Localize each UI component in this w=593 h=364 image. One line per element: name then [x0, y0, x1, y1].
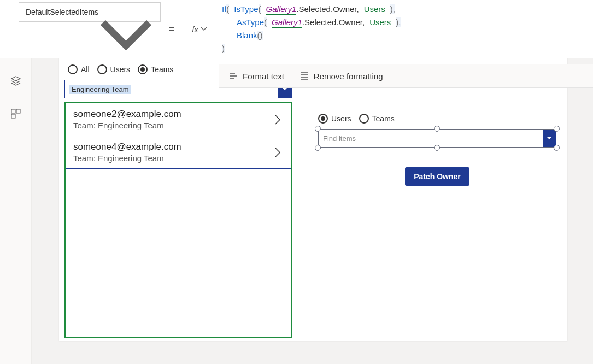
radio-users[interactable]: Users [318, 114, 351, 124]
formula-editor[interactable]: If( IsType( Gallery1.Selected.Owner, Use… [216, 0, 593, 58]
formula-bar: DefaultSelectedItems = fx If( IsType( Ga… [0, 0, 593, 58]
radio-teams[interactable]: Teams [359, 114, 395, 124]
svg-rect-0 [11, 109, 15, 113]
svg-rect-1 [16, 109, 20, 113]
radio-icon [68, 64, 78, 74]
gallery-item-team: Team: Engineering Team [73, 121, 181, 130]
equals-label: = [161, 0, 183, 58]
radio-icon [359, 114, 369, 124]
fx-icon: fx [192, 25, 198, 34]
combobox-selected-value: Engineering Team [69, 85, 131, 94]
fx-button[interactable]: fx [183, 0, 216, 58]
patch-owner-button[interactable]: Patch Owner [405, 167, 469, 186]
remove-formatting-button[interactable]: Remove formatting [300, 71, 383, 81]
left-pane: All Users Teams Engineering Team someone… [59, 55, 297, 341]
resize-handle[interactable] [315, 145, 321, 151]
radio-icon [318, 114, 328, 124]
svg-rect-2 [11, 114, 15, 118]
chevron-down-icon [201, 26, 207, 32]
gallery-item-email: someone2@example.com [73, 109, 181, 120]
layers-icon[interactable] [10, 75, 21, 86]
gallery-item[interactable]: someone4@example.com Team: Engineering T… [66, 136, 291, 169]
chevron-right-icon [272, 114, 283, 125]
gallery-item-team: Team: Engineering Team [73, 154, 181, 163]
radio-icon [138, 64, 148, 74]
format-text-button[interactable]: Format text [228, 71, 284, 81]
gallery-item[interactable]: someone2@example.com Team: Engineering T… [66, 103, 291, 136]
radio-teams[interactable]: Teams [138, 64, 173, 74]
formula-footer: Format text Remove formatting [219, 64, 593, 88]
selected-control-wrapper: Find items [318, 129, 556, 148]
resize-handle[interactable] [315, 126, 321, 132]
remove-formatting-icon [300, 71, 309, 81]
gallery: someone2@example.com Team: Engineering T… [64, 102, 292, 338]
radio-all[interactable]: All [68, 64, 90, 74]
resize-handle[interactable] [554, 126, 560, 132]
chevron-down-icon [543, 130, 556, 147]
format-text-icon [228, 71, 238, 81]
app-screen: All Users Teams Engineering Team someone… [59, 55, 567, 341]
resize-handle[interactable] [434, 126, 440, 132]
left-rail [0, 26, 32, 364]
resize-handle[interactable] [434, 145, 440, 151]
property-dropdown[interactable]: DefaultSelectedItems [19, 2, 161, 22]
chevron-down-icon [98, 9, 154, 15]
radio-icon [97, 64, 107, 74]
radio-users[interactable]: Users [97, 64, 131, 74]
property-dropdown-value: DefaultSelectedItems [26, 8, 98, 16]
components-icon[interactable] [10, 108, 21, 119]
combobox-placeholder: Find items [323, 134, 356, 143]
chevron-right-icon [272, 147, 283, 158]
resize-handle[interactable] [554, 145, 560, 151]
gallery-item-email: someone4@example.com [73, 142, 181, 152]
